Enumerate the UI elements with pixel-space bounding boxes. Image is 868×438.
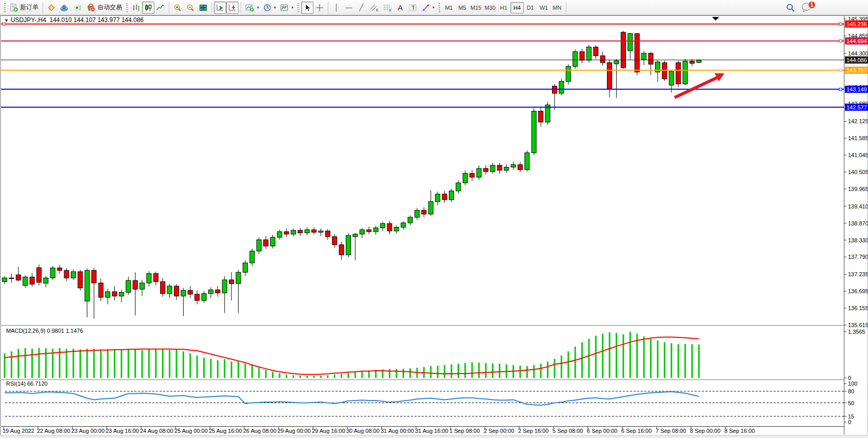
svg-text:141.045: 141.045 [848, 152, 868, 158]
price-chart[interactable]: 145.395144.855144.300143.760143.220142.6… [1, 15, 868, 438]
svg-text:80: 80 [848, 388, 854, 394]
equidistant-channel-tool[interactable]: E [367, 2, 381, 14]
annotations[interactable] [675, 17, 724, 98]
trend-arrow[interactable] [675, 78, 717, 98]
svg-text:141.585: 141.585 [848, 135, 868, 141]
timeframe-m15[interactable]: M15 [469, 2, 483, 13]
fibonacci-tool[interactable]: F [381, 2, 394, 14]
svg-text:137.790: 137.790 [848, 254, 868, 260]
indicators-button[interactable]: ▾ [243, 2, 261, 14]
crosshair-icon [315, 4, 324, 12]
line-handle[interactable] [839, 40, 842, 42]
dropdown-caret-icon: ▾ [432, 5, 435, 10]
toolbar-separator [566, 2, 566, 13]
line-handle[interactable] [839, 23, 842, 25]
fibonacci-icon: F [383, 4, 392, 12]
text-tool[interactable]: A [394, 2, 406, 14]
new-order-button[interactable]: 新订单 [8, 2, 41, 14]
zoom-in-button[interactable] [171, 2, 184, 14]
arrows-tool[interactable]: ▾ [420, 2, 437, 14]
svg-text:139.410: 139.410 [848, 203, 868, 210]
zoom-out-icon [186, 4, 195, 12]
svg-text:144.694: 144.694 [846, 38, 867, 44]
bar-chart-icon [132, 4, 140, 12]
tile-windows-button[interactable] [197, 2, 209, 14]
auto-scroll-button[interactable] [214, 2, 226, 14]
auto-scroll-icon [216, 4, 224, 12]
timeframe-d1[interactable]: D1 [524, 2, 537, 13]
tile-windows-icon [199, 4, 207, 12]
search-button[interactable] [784, 2, 797, 14]
candles-layer [3, 31, 701, 319]
timeframe-m5[interactable]: M5 [456, 2, 469, 13]
svg-text:15: 15 [848, 413, 854, 420]
trendline-tool[interactable]: ╱ [355, 2, 367, 14]
toolbar-grip[interactable] [438, 3, 441, 13]
crosshair-button[interactable] [313, 2, 326, 14]
horizontal-lines[interactable] [1, 23, 844, 107]
auto-trading-button[interactable]: 自动交易 [84, 2, 124, 14]
zoom-out-button[interactable] [184, 2, 197, 14]
timeframe-h4[interactable]: H4 [510, 2, 524, 13]
svg-text:5 Sep 08:00: 5 Sep 08:00 [553, 428, 583, 434]
macd-histogram [4, 332, 700, 378]
chart-frame [1, 16, 868, 435]
main-toolbar: 新订单 自动交易 ▾ ▾ ▾ │ — ╱ E F A T ▾ M1 M5 M15… [0, 0, 868, 15]
cursor-button[interactable] [301, 2, 313, 14]
arrows-icon [422, 4, 430, 12]
svg-text:25 Aug 00:00: 25 Aug 00:00 [174, 428, 208, 434]
candlestick-chart-button[interactable] [142, 2, 154, 14]
svg-text:142.577: 142.577 [846, 104, 867, 110]
svg-text:137.235: 137.235 [848, 271, 868, 277]
rsi-line [5, 392, 699, 405]
community-button[interactable] [57, 2, 71, 14]
chart-window[interactable]: 145.395144.855144.300143.760143.220142.6… [0, 15, 868, 438]
toolbar-right-icons: 1 [784, 0, 814, 15]
chart-title-collapse-icon[interactable]: ▼ [4, 18, 9, 23]
gold-icon [47, 4, 55, 12]
timeframe-m30[interactable]: M30 [483, 2, 497, 13]
chart-title: ▼USDJPY-,H4 144.010 144.107 143.977 144.… [4, 16, 144, 24]
svg-text:6 Sep 16:00: 6 Sep 16:00 [621, 428, 652, 434]
chart-shift-marker[interactable] [712, 17, 719, 21]
templates-button[interactable]: ▾ [278, 2, 295, 14]
svg-text:F: F [389, 9, 391, 12]
toolbar-grip[interactable] [297, 3, 300, 13]
chart-shift-button[interactable] [226, 2, 239, 14]
line-handle[interactable] [839, 88, 842, 90]
vertical-line-tool[interactable]: │ [330, 2, 343, 14]
svg-text:25 Aug 16:00: 25 Aug 16:00 [209, 428, 242, 434]
line-handle[interactable] [839, 69, 842, 71]
periods-button[interactable]: ▾ [261, 2, 278, 14]
svg-text:1 Sep 08:00: 1 Sep 08:00 [449, 428, 480, 434]
toolbar-grip[interactable] [126, 3, 128, 13]
svg-text:138.870: 138.870 [848, 220, 868, 226]
candlestick-icon [144, 4, 152, 12]
timeframe-m1[interactable]: M1 [442, 2, 456, 13]
notifications-button[interactable]: 1 [801, 2, 814, 13]
horizontal-line-tool[interactable]: — [343, 2, 355, 14]
line-chart-button[interactable] [154, 2, 167, 14]
toolbar-separator [211, 2, 212, 13]
market-depth-button[interactable] [45, 2, 57, 14]
svg-text:E: E [376, 8, 379, 12]
svg-text:31 Aug 16:00: 31 Aug 16:00 [415, 428, 448, 434]
signals-button[interactable] [71, 2, 84, 14]
horizontal-line-icon: — [346, 4, 352, 11]
channel-icon: E [369, 4, 379, 12]
dropdown-caret-icon: ▾ [291, 5, 293, 10]
text-label-tool[interactable]: T [406, 2, 420, 14]
templates-icon [280, 4, 289, 12]
bar-chart-button[interactable] [130, 2, 142, 14]
svg-text:T: T [411, 5, 415, 11]
window-bottom-edge [0, 435, 868, 438]
timeframe-mn[interactable]: MN [550, 2, 564, 13]
date-axis[interactable]: 19 Aug 202222 Aug 08:0023 Aug 00:0023 Au… [3, 427, 755, 434]
svg-text:19 Aug 2022: 19 Aug 2022 [3, 428, 34, 434]
macd-indicator-label: MACD(12,26,9) 0.9801 1.1476 [6, 328, 83, 334]
timeframe-h1[interactable]: H1 [497, 2, 510, 13]
price-axis[interactable]: 145.395144.855144.300143.760143.220142.6… [844, 16, 868, 425]
toolbar-grip[interactable] [4, 3, 6, 13]
timeframe-w1[interactable]: W1 [537, 2, 550, 13]
svg-text:29 Aug 00:00: 29 Aug 00:00 [278, 428, 311, 434]
